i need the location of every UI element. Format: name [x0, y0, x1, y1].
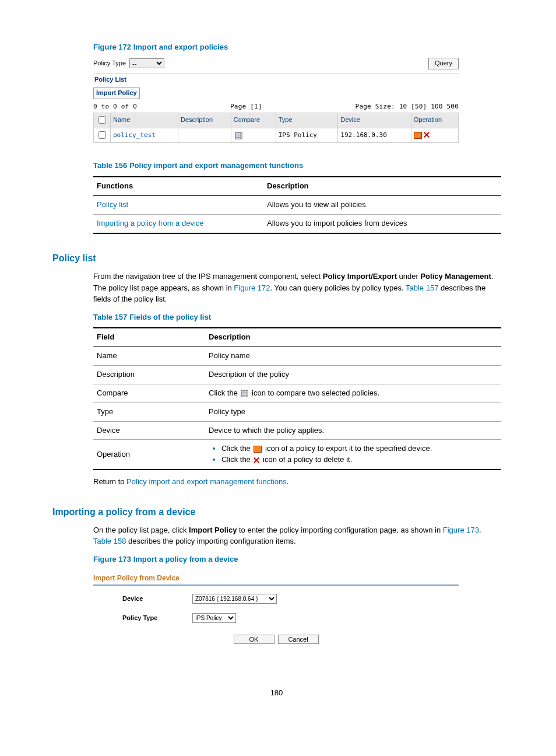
t157-type: Type — [93, 402, 205, 421]
col-type: Type — [276, 113, 338, 128]
row-name[interactable]: policy_test — [111, 128, 178, 143]
col-operation: Operation — [411, 113, 458, 128]
export-icon — [254, 446, 262, 453]
t157-device: Device — [93, 421, 205, 440]
device-select[interactable]: Z07816 ( 192.168.0.64 ) — [192, 594, 277, 604]
device-label: Device — [122, 594, 192, 604]
pager-range: 0 to 0 of 0 — [93, 102, 137, 111]
t157-name-d: Policy name — [205, 347, 501, 366]
figure-172-caption: Figure 172 Import and export policies — [93, 42, 501, 53]
ok-button[interactable]: OK — [234, 635, 275, 644]
importing-para: On the policy list page, click Import Po… — [93, 524, 501, 547]
table-157-caption: Table 157 Fields of the policy list — [93, 312, 501, 323]
t157-device-d: Device to which the policy applies. — [205, 421, 501, 440]
figure-173-link[interactable]: Figure 173 — [443, 526, 479, 534]
t157-operation-d: Click the icon of a policy to export it … — [205, 440, 501, 470]
row-operation — [411, 128, 458, 143]
policy-type-label: Policy Type — [93, 59, 126, 68]
figure-173-screenshot: Import Policy from Device Device Z07816 … — [93, 570, 459, 659]
delete-icon — [254, 457, 259, 463]
cancel-button[interactable]: Cancel — [278, 635, 319, 644]
table-157-link[interactable]: Table 157 — [406, 284, 438, 292]
t157-h2: Description — [205, 328, 501, 346]
row-device: 192.168.0.30 — [338, 128, 411, 143]
row-checkbox[interactable] — [98, 131, 106, 139]
policy-list-link[interactable]: Policy list — [97, 200, 128, 209]
t157-desc-d: Description of the policy — [205, 366, 501, 384]
col-compare: Compare — [231, 113, 276, 128]
export-icon[interactable] — [414, 132, 422, 139]
row-compare[interactable] — [231, 128, 276, 143]
table-158-link[interactable]: Table 158 — [93, 537, 126, 545]
page-number: 180 — [52, 688, 501, 699]
policy-list-para: From the navigation tree of the IPS mana… — [93, 271, 501, 305]
t157-h1: Field — [93, 328, 205, 346]
importing-heading: Importing a policy from a device — [52, 505, 501, 519]
compare-icon[interactable] — [235, 132, 242, 139]
compare-icon — [241, 390, 248, 397]
pager-page: Page [1] — [230, 102, 262, 111]
policy-type-select[interactable]: -- — [129, 58, 164, 68]
figure-173-caption: Figure 173 Import a policy from a device — [93, 554, 501, 565]
import-policy-button[interactable]: Import Policy — [93, 88, 140, 99]
t157-compare-d: Click the icon to compare two selected p… — [205, 384, 501, 402]
t157-operation: Operation — [93, 440, 205, 470]
policy-list-title: Policy List — [93, 73, 459, 86]
t157-desc: Description — [93, 366, 205, 384]
row-type: IPS Policy — [276, 128, 338, 143]
row-desc — [178, 128, 231, 143]
select-all-checkbox[interactable] — [98, 116, 106, 124]
policy-type-select-2[interactable]: IPS Policy — [192, 613, 236, 623]
importing-link[interactable]: Importing a policy from a device — [97, 219, 204, 228]
pager-size[interactable]: Page Size: 10 [50] 100 500 — [356, 102, 459, 111]
query-button[interactable]: Query — [428, 58, 459, 69]
policy-list-heading: Policy list — [52, 251, 501, 265]
return-link[interactable]: Policy import and export management func… — [126, 477, 287, 486]
table-157: Field Description NamePolicy name Descri… — [93, 327, 501, 470]
t157-compare: Compare — [93, 384, 205, 402]
col-name: Name — [111, 113, 178, 128]
col-device: Device — [338, 113, 411, 128]
table-156: Functions Description Policy list Allows… — [93, 176, 501, 234]
policy-type-label-2: Policy Type — [122, 614, 192, 623]
figure-172-screenshot: Policy Type -- Query Policy List Import … — [93, 58, 459, 144]
figure-172-link[interactable]: Figure 172 — [234, 284, 270, 292]
t156-h2: Description — [263, 177, 501, 195]
table-156-caption: Table 156 Policy import and export manag… — [93, 160, 501, 172]
policy-grid: Name Description Compare Type Device Ope… — [93, 113, 459, 144]
t156-r1-d: Allows you to view all policies — [263, 196, 501, 215]
pager: 0 to 0 of 0 Page [1] Page Size: 10 [50] … — [93, 101, 459, 113]
col-desc: Description — [178, 113, 231, 128]
t157-type-d: Policy type — [205, 402, 501, 421]
import-dialog-title: Import Policy from Device — [93, 570, 459, 586]
t156-r2-d: Allows you to import policies from devic… — [263, 215, 501, 233]
table-row: policy_test IPS Policy 192.168.0.30 — [94, 128, 459, 143]
return-line: Return to Policy import and export manag… — [93, 476, 501, 488]
t157-name: Name — [93, 347, 205, 366]
delete-icon[interactable] — [424, 132, 430, 138]
t156-h1: Functions — [93, 177, 263, 195]
